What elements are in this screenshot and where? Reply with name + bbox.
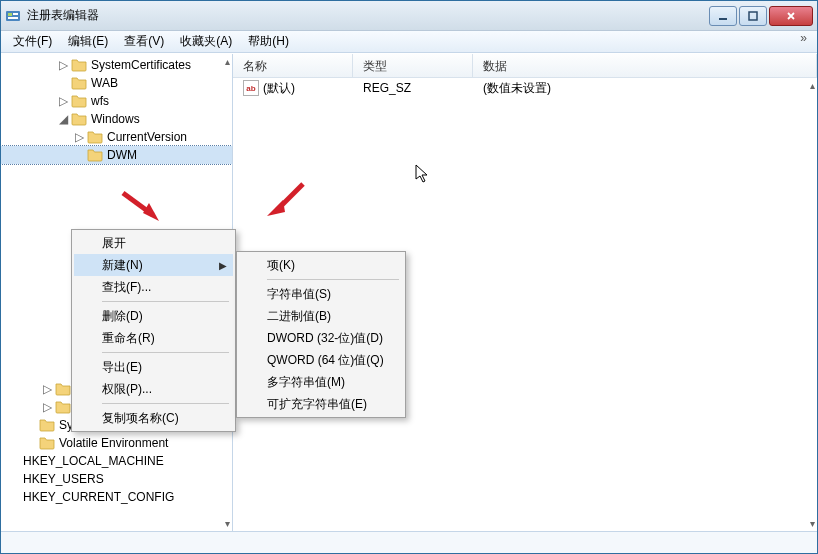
ctx-new-expandstring[interactable]: 可扩充字符串值(E) <box>239 393 403 415</box>
folder-icon <box>87 147 103 163</box>
folder-icon <box>55 381 71 397</box>
expand-icon[interactable]: ▷ <box>39 382 55 396</box>
window-title: 注册表编辑器 <box>27 7 709 24</box>
value-type-cell: REG_SZ <box>353 81 473 95</box>
folder-icon <box>39 417 55 433</box>
tree-item[interactable]: ▷wfs <box>1 92 232 110</box>
ctx-export[interactable]: 导出(E) <box>74 356 233 378</box>
folder-icon <box>71 75 87 91</box>
svg-rect-1 <box>8 13 12 16</box>
expand-icon[interactable]: ▷ <box>55 58 71 72</box>
menu-edit[interactable]: 编辑(E) <box>60 31 116 52</box>
tree-context-menu: 展开 新建(N)▶ 查找(F)... 删除(D) 重命名(R) 导出(E) 权限… <box>71 229 236 432</box>
tree-item-label: Windows <box>91 112 140 126</box>
submenu-arrow-icon: ▶ <box>219 260 227 271</box>
ctx-new-string[interactable]: 字符串值(S) <box>239 283 403 305</box>
expand-icon[interactable]: ▷ <box>39 400 55 414</box>
tree-item-label: HKEY_USERS <box>23 472 104 486</box>
menu-view[interactable]: 查看(V) <box>116 31 172 52</box>
menubar: 文件(F) 编辑(E) 查看(V) 收藏夹(A) 帮助(H) » <box>1 31 817 53</box>
svg-rect-2 <box>13 13 18 15</box>
string-value-icon: ab <box>243 80 259 96</box>
window-buttons <box>709 6 813 26</box>
ctx-copy-key-name[interactable]: 复制项名称(C) <box>74 407 233 429</box>
folder-icon <box>55 399 71 415</box>
list-row[interactable]: ab (默认) REG_SZ (数值未设置) <box>233 78 817 98</box>
ctx-new-dword[interactable]: DWORD (32-位)值(D) <box>239 327 403 349</box>
separator <box>102 352 229 353</box>
tree-item[interactable]: ▷CurrentVersion <box>1 128 232 146</box>
menu-file[interactable]: 文件(F) <box>5 31 60 52</box>
tree-item[interactable]: HKEY_CURRENT_CONFIG <box>1 488 232 506</box>
tree-item-label: SystemCertificates <box>91 58 191 72</box>
tree-scroll-down-icon[interactable]: ▾ <box>225 518 230 529</box>
ctx-new[interactable]: 新建(N)▶ <box>74 254 233 276</box>
statusbar <box>1 531 817 553</box>
ctx-expand[interactable]: 展开 <box>74 232 233 254</box>
tree-item-label: DWM <box>107 148 137 162</box>
tree-item[interactable]: HKEY_USERS <box>1 470 232 488</box>
tree-item-label: Volatile Environment <box>59 436 168 450</box>
col-header-type[interactable]: 类型 <box>353 54 473 77</box>
value-data-cell: (数值未设置) <box>473 80 817 97</box>
tree-item-label: wfs <box>91 94 109 108</box>
list-scroll-down-icon[interactable]: ▾ <box>810 518 815 529</box>
ctx-new-binary[interactable]: 二进制值(B) <box>239 305 403 327</box>
folder-icon <box>87 129 103 145</box>
col-header-data[interactable]: 数据 <box>473 54 817 77</box>
tree-item[interactable]: ◢Windows <box>1 110 232 128</box>
tree-item-label: HKEY_LOCAL_MACHINE <box>23 454 164 468</box>
value-name-label: (默认) <box>263 80 295 97</box>
expand-icon[interactable]: ▷ <box>55 94 71 108</box>
tree-item-label: WAB <box>91 76 118 90</box>
menu-help[interactable]: 帮助(H) <box>240 31 297 52</box>
folder-icon <box>71 57 87 73</box>
tree-item[interactable]: ▷SystemCertificates <box>1 56 232 74</box>
titlebar: 注册表编辑器 <box>1 1 817 31</box>
minimize-button[interactable] <box>709 6 737 26</box>
ctx-delete[interactable]: 删除(D) <box>74 305 233 327</box>
svg-rect-4 <box>719 18 727 20</box>
separator <box>102 301 229 302</box>
maximize-button[interactable] <box>739 6 767 26</box>
menu-favorites[interactable]: 收藏夹(A) <box>172 31 240 52</box>
ctx-permissions[interactable]: 权限(P)... <box>74 378 233 400</box>
content-area: ▷SystemCertificatesWAB▷wfs◢Windows▷Curre… <box>1 53 817 531</box>
col-header-name[interactable]: 名称 <box>233 54 353 77</box>
folder-icon <box>71 93 87 109</box>
new-submenu: 项(K) 字符串值(S) 二进制值(B) DWORD (32-位)值(D) QW… <box>236 251 406 418</box>
tree-item[interactable]: DWM <box>1 146 232 164</box>
svg-rect-5 <box>749 12 757 20</box>
folder-icon <box>71 111 87 127</box>
app-icon <box>5 8 21 24</box>
ctx-new-key[interactable]: 项(K) <box>239 254 403 276</box>
ctx-find[interactable]: 查找(F)... <box>74 276 233 298</box>
tree-item[interactable]: HKEY_LOCAL_MACHINE <box>1 452 232 470</box>
tree-scroll-up-icon[interactable]: ▴ <box>225 56 230 67</box>
separator <box>102 403 229 404</box>
tree-item-label: CurrentVersion <box>107 130 187 144</box>
collapse-icon[interactable]: ◢ <box>55 112 71 126</box>
registry-editor-window: 注册表编辑器 文件(F) 编辑(E) 查看(V) 收藏夹(A) 帮助(H) » … <box>0 0 818 554</box>
value-name-cell: ab (默认) <box>233 80 353 97</box>
close-button[interactable] <box>769 6 813 26</box>
menubar-overflow-icon: » <box>795 31 813 52</box>
folder-icon <box>39 435 55 451</box>
tree-item[interactable]: WAB <box>1 74 232 92</box>
tree-item[interactable]: Volatile Environment <box>1 434 232 452</box>
separator <box>267 279 399 280</box>
list-scroll-up-icon[interactable]: ▴ <box>810 80 815 91</box>
ctx-new-qword[interactable]: QWORD (64 位)值(Q) <box>239 349 403 371</box>
svg-rect-3 <box>8 17 18 19</box>
ctx-rename[interactable]: 重命名(R) <box>74 327 233 349</box>
tree-item-label: HKEY_CURRENT_CONFIG <box>23 490 174 504</box>
list-header: 名称 类型 数据 <box>233 54 817 78</box>
expand-icon[interactable]: ▷ <box>71 130 87 144</box>
ctx-new-multistring[interactable]: 多字符串值(M) <box>239 371 403 393</box>
